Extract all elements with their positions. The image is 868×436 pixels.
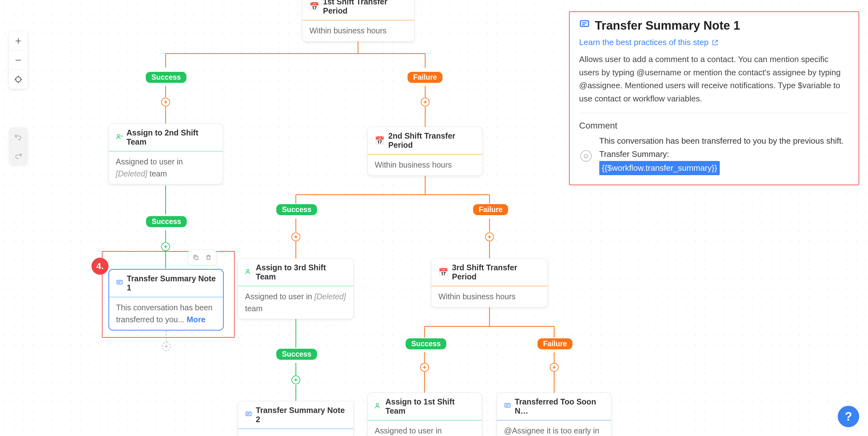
svg-rect-5 [246, 412, 251, 415]
plus-icon [14, 37, 22, 45]
svg-rect-7 [505, 403, 510, 407]
add-step-button[interactable]: + [421, 98, 430, 106]
node-body: Within business hours [432, 287, 548, 307]
node-body: Within business hours [303, 21, 414, 41]
node-body: Within business hours [368, 155, 482, 175]
node-title: Assign to 2nd Shift Team [126, 128, 216, 146]
svg-point-1 [117, 134, 120, 136]
node-title: Assign to 1st Shift Team [385, 397, 475, 415]
user-icon [375, 402, 382, 411]
user-icon [245, 268, 252, 277]
node-title: 1st Shift Transfer Period [323, 0, 407, 15]
variable-tag[interactable]: {{$workflow.transfer_summary}} [599, 161, 720, 175]
zoom-out-button[interactable] [9, 51, 28, 70]
node-1st-shift-transfer[interactable]: 📅1st Shift Transfer Period Within busine… [302, 0, 414, 42]
step-details-panel: Transfer Summary Note 1 Learn the best p… [569, 11, 859, 185]
callout-number: 4. [91, 258, 108, 275]
node-body: This conversation has been transferred t… [109, 297, 223, 330]
emoji-button[interactable]: ☺ [580, 150, 592, 162]
success-pill: Success [406, 338, 446, 349]
minus-icon [14, 56, 22, 64]
node-title: Transfer Summary Note 2 [256, 406, 346, 424]
crosshair-icon [14, 75, 23, 84]
svg-rect-2 [195, 257, 198, 260]
add-step-button[interactable]: + [291, 375, 300, 384]
delete-button[interactable] [203, 252, 214, 263]
node-transfer-summary-1[interactable]: Transfer Summary Note 1 This conversatio… [108, 269, 224, 331]
more-link[interactable]: More [187, 315, 206, 324]
node-assign-3rd-shift[interactable]: Assign to 3rd Shift Team Assigned to use… [238, 258, 353, 319]
panel-title: Transfer Summary Note 1 [579, 19, 849, 32]
undo-button[interactable] [9, 127, 28, 146]
panel-description: Allows user to add a comment to a contac… [579, 53, 849, 105]
calendar-icon: 📅 [438, 268, 448, 277]
best-practices-link[interactable]: Learn the best practices of this step [579, 37, 849, 47]
calendar-icon: 📅 [309, 2, 319, 11]
success-pill: Success [146, 216, 187, 227]
comment-label: Comment [579, 121, 849, 131]
failure-pill: Failure [537, 338, 572, 349]
node-title: 2nd Shift Transfer Period [388, 131, 475, 149]
add-step-button[interactable]: + [161, 242, 170, 251]
svg-point-4 [247, 269, 249, 271]
node-assign-2nd-shift[interactable]: Assign to 2nd Shift Team Assigned to use… [108, 124, 223, 184]
svg-rect-3 [117, 280, 122, 284]
node-assign-1st-shift[interactable]: Assign to 1st Shift Team Assigned to use… [367, 393, 482, 436]
node-body: @Assignee it is too early in your shift … [497, 421, 611, 436]
add-step-button[interactable]: + [161, 98, 170, 106]
svg-point-6 [376, 403, 378, 405]
node-body: Assigned to user in [Deleted] team [109, 152, 223, 184]
add-step-button[interactable]: + [420, 363, 429, 372]
success-pill: Success [276, 204, 317, 215]
zoom-toolbar [9, 32, 28, 89]
node-body: This conversation has been transferred t… [238, 429, 353, 436]
external-link-icon [712, 39, 718, 46]
svg-rect-8 [580, 21, 589, 27]
node-body: Assigned to user in [Deleted] team [368, 421, 482, 436]
node-3rd-shift-transfer[interactable]: 📅3rd Shift Transfer Period Within busine… [431, 258, 548, 307]
comment-icon [504, 402, 511, 411]
user-icon [116, 133, 123, 142]
comment-icon [245, 410, 252, 420]
redo-button[interactable] [9, 146, 28, 165]
trash-icon [205, 254, 212, 261]
node-title: 3rd Shift Transfer Period [452, 263, 540, 281]
node-actions [188, 249, 216, 265]
node-transferred-too-soon[interactable]: Transferred Too Soon N… @Assignee it is … [497, 393, 611, 436]
node-title: Assign to 3rd Shift Team [256, 263, 346, 281]
node-body: Assigned to user in [Deleted] team [238, 287, 353, 319]
zoom-in-button[interactable] [9, 32, 28, 51]
success-pill: Success [146, 72, 186, 83]
failure-pill: Failure [473, 204, 508, 215]
copy-icon [193, 254, 199, 261]
add-step-button[interactable]: + [162, 342, 170, 351]
undo-icon [14, 132, 23, 141]
history-toolbar [9, 127, 28, 165]
comment-input[interactable]: This conversation has been transferred t… [599, 135, 844, 175]
failure-pill: Failure [407, 72, 442, 83]
success-pill: Success [276, 349, 317, 360]
center-button[interactable] [9, 70, 28, 89]
calendar-icon: 📅 [375, 136, 384, 145]
help-button[interactable]: ? [838, 406, 859, 427]
node-2nd-shift-transfer[interactable]: 📅2nd Shift Transfer Period Within busine… [367, 127, 483, 176]
node-title: Transfer Summary Note 1 [127, 274, 216, 292]
svg-point-0 [16, 77, 21, 82]
add-step-button[interactable]: + [485, 233, 494, 241]
node-title: Transferred Too Soon N… [515, 397, 604, 415]
node-transfer-summary-2[interactable]: Transfer Summary Note 2 This conversatio… [238, 401, 353, 436]
comment-icon [579, 19, 590, 32]
redo-icon [14, 151, 23, 160]
copy-button[interactable] [190, 252, 202, 263]
add-step-button[interactable]: + [291, 233, 300, 241]
add-step-button[interactable]: + [550, 363, 559, 372]
comment-icon [116, 279, 123, 288]
